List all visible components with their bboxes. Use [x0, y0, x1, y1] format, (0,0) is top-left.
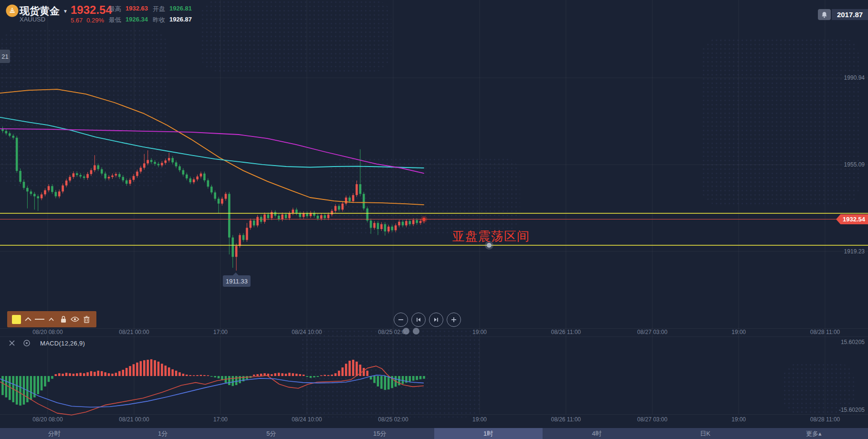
gridlines — [0, 0, 868, 414]
stat-value: 1932.63 — [125, 5, 153, 16]
time-axis-label: 08/25 02:00 — [378, 329, 408, 335]
skip-end-icon — [433, 316, 439, 323]
trading-app: { "header": { "symbol": "现货黄金", "code": … — [0, 0, 868, 439]
macd-histogram — [1, 359, 425, 406]
chevron-up-icon[interactable] — [23, 314, 33, 324]
chart-svg — [0, 0, 868, 439]
macd-axis-divider — [0, 414, 868, 415]
current-price-tag: 1932.54 — [836, 214, 868, 224]
tab-4时[interactable]: 4时 — [543, 428, 651, 439]
price-axis-label: 1955.09 — [844, 161, 865, 168]
stat-label: 开盘 — [153, 5, 169, 16]
stat-label: 最低 — [109, 16, 125, 27]
time-axis-label: 17:00 — [213, 329, 228, 335]
indicator-settings-button[interactable] — [23, 339, 31, 347]
tab-日K[interactable]: 日K — [651, 428, 759, 439]
low-price-tooltip: 1911.33 — [223, 275, 251, 287]
time-axis-label: 08/27 03:00 — [637, 416, 667, 423]
plus-button[interactable] — [447, 313, 461, 327]
lock-icon[interactable] — [59, 314, 68, 324]
trash-icon[interactable] — [82, 314, 92, 324]
time-axis-label: 08/27 03:00 — [637, 329, 667, 335]
tab-分时[interactable]: 分时 — [0, 428, 108, 439]
time-axis-label: 19:00 — [732, 329, 746, 335]
drawing-toolbar — [7, 311, 96, 327]
macd-scale-max: 15.60205 — [841, 339, 865, 345]
close-indicator-button[interactable] — [9, 340, 15, 346]
time-axis-label: 19:00 — [732, 416, 746, 423]
price-change: 5.67 0.29% — [71, 17, 104, 24]
time-axis-label: 08/21 00:00 — [119, 329, 149, 335]
left-price-badge: 21 — [0, 50, 10, 63]
gear-icon — [23, 339, 31, 347]
skip-start-icon — [415, 316, 422, 323]
price-axis-label: 1919.23 — [844, 248, 865, 255]
chart-annotation-text[interactable]: 亚盘震荡区间 — [452, 228, 530, 245]
macd-indicator-label[interactable]: MACD(12,26,9) — [40, 340, 85, 347]
change-pct: 0.29% — [86, 17, 104, 24]
time-axis-label: 08/20 08:00 — [32, 416, 63, 423]
time-axis-label: 08/24 10:00 — [292, 329, 322, 335]
macd-header: MACD(12,26,9) — [0, 338, 85, 348]
macd-scale-min: -15.60205 — [839, 407, 865, 413]
time-axis-label: 08/28 11:00 — [810, 329, 840, 335]
time-axis-label: 19:00 — [472, 329, 487, 335]
minus-icon — [397, 316, 404, 323]
chevron-up-small-icon[interactable] — [47, 314, 56, 324]
candles-layer — [1, 126, 425, 271]
tab-更多[interactable]: 更多▴ — [760, 428, 868, 439]
eye-icon[interactable] — [70, 314, 80, 324]
chart-nav-buttons — [394, 313, 461, 327]
time-axis-label: 19:00 — [472, 416, 487, 423]
header: 现货黄金▼ XAUUSD 1932.54 5.67 0.29% 最高1932.6… — [0, 0, 868, 23]
stat-label: 最高 — [109, 5, 125, 16]
time-axis-label: 08/25 02:00 — [378, 416, 408, 423]
macd-dif-line — [0, 366, 424, 415]
price-axis-label: 1990.94 — [844, 74, 865, 81]
macd-dea-line — [0, 375, 424, 407]
skip-start-button[interactable] — [411, 313, 426, 327]
alert-bell-button[interactable] — [818, 9, 831, 20]
time-axis-label: 17:00 — [213, 416, 228, 423]
skip-end-button[interactable] — [429, 313, 443, 327]
time-axis-label: 08/26 11:00 — [551, 329, 581, 335]
color-swatch-button[interactable] — [12, 315, 21, 324]
stat-label: 昨收 — [153, 16, 169, 27]
minus-button[interactable] — [394, 313, 408, 327]
time-axis-label: 08/26 11:00 — [551, 416, 581, 423]
axis-scroll-dot[interactable] — [413, 328, 419, 334]
stat-value: 1926.87 — [169, 16, 203, 27]
last-price-pulse-dot — [422, 218, 425, 220]
time-axis-label: 08/24 10:00 — [292, 416, 322, 423]
time-axis-label: 08/20 08:00 — [32, 329, 63, 335]
bell-icon — [821, 11, 827, 18]
time-axis-label: 08/21 00:00 — [119, 416, 149, 423]
tab-1分[interactable]: 1分 — [108, 428, 217, 439]
daily-stats: 最高1932.63开盘1926.81最低1926.34昨收1926.87 — [109, 5, 203, 27]
plus-icon — [450, 316, 457, 323]
tab-1时[interactable]: 1时 — [434, 428, 543, 439]
last-price: 1932.54 — [71, 3, 112, 17]
tab-5分[interactable]: 5分 — [217, 428, 325, 439]
change-abs: 5.67 — [71, 17, 83, 24]
macd-panel-divider — [0, 336, 868, 337]
line-width-icon[interactable] — [35, 314, 44, 324]
timeframe-tabbar: 分时1分5分15分1时4时日K更多▴ — [0, 428, 868, 439]
tab-15分[interactable]: 15分 — [325, 428, 434, 439]
chevron-down-icon: ▼ — [63, 9, 68, 14]
stat-value: 1926.34 — [125, 16, 153, 27]
symbol-code: XAUUSD — [20, 16, 45, 23]
gold-coin-icon — [6, 4, 19, 17]
stat-value: 1926.81 — [169, 5, 203, 16]
alert-price-value[interactable]: 2017.87 — [832, 9, 868, 20]
time-axis-label: 08/28 11:00 — [810, 416, 840, 423]
